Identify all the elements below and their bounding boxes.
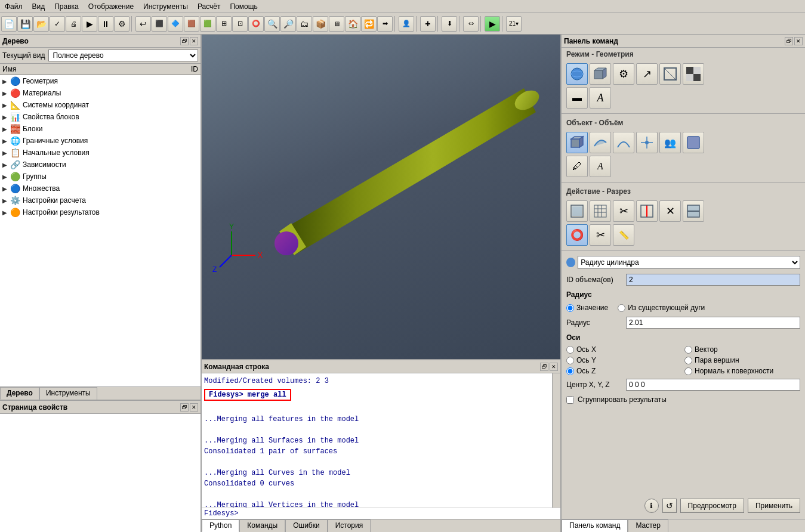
mode-dropdown[interactable]: Радиус цилиндра (578, 256, 800, 269)
radius-value-radio[interactable]: Значение (566, 304, 608, 312)
tb-shape1[interactable]: 🟫 (184, 16, 199, 32)
action-btn-plane-cut[interactable] (636, 200, 658, 222)
axis-normal-radio[interactable]: Нормаль к поверхности (684, 367, 800, 375)
mode-btn-letter-a[interactable]: A (590, 87, 611, 109)
tb-settings[interactable]: ⚙ (114, 16, 129, 32)
cmd-restore-btn[interactable]: 🗗 (540, 363, 548, 371)
tb-run[interactable]: ▶ (485, 16, 500, 32)
axis-x-radio[interactable]: Ось X (566, 345, 682, 354)
obj-btn-eraser[interactable]: 🖊 (566, 156, 588, 177)
obj-btn-point[interactable] (636, 132, 658, 153)
menu-display[interactable]: Отображение (84, 1, 138, 12)
mode-btn-arrow[interactable]: ↗ (636, 63, 658, 85)
axis-vector-radio[interactable]: Вектор (684, 345, 800, 354)
action-btn-measure[interactable]: 📏 (613, 224, 634, 246)
radius-arc-radio[interactable]: Из существующей дуги (618, 304, 705, 312)
tb-zoom-out[interactable]: 🔎 (280, 16, 296, 32)
action-btn-scissors[interactable]: ✂ (590, 224, 611, 246)
axis-pair-radio[interactable]: Пара вершин (684, 356, 800, 364)
tb-save[interactable]: 💾 (17, 16, 33, 32)
obj-btn-curve[interactable] (613, 132, 634, 153)
refresh-button[interactable]: ↺ (662, 499, 677, 513)
tab-tree[interactable]: Дерево (0, 387, 39, 400)
obj-btn-surface[interactable] (590, 132, 611, 153)
preview-button[interactable]: Предпросмотр (680, 499, 744, 513)
tb-counter[interactable]: 21▾ (506, 16, 522, 32)
cmd-tab-python[interactable]: Python (202, 519, 239, 532)
tree-close-btn[interactable]: ✕ (190, 37, 198, 45)
list-item[interactable]: ▶ ⚙️ Настройки расчета (0, 194, 201, 206)
group-checkbox[interactable] (566, 396, 574, 404)
list-item[interactable]: ▶ 🔴 Материалы (0, 87, 201, 99)
axis-y-radio[interactable]: Ось Y (566, 356, 682, 364)
menu-view[interactable]: Вид (27, 1, 50, 12)
axis-z-radio[interactable]: Ось Z (566, 367, 682, 375)
tb-rotate[interactable]: 🔁 (361, 16, 377, 32)
menu-file[interactable]: Файл (0, 1, 27, 12)
action-btn-cross[interactable]: ✕ (659, 200, 681, 222)
tb-plus[interactable]: + (420, 16, 436, 32)
menu-tools[interactable]: Инструменты (138, 1, 193, 12)
list-item[interactable]: ▶ 📐 Системы координат (0, 99, 201, 111)
tb-monitor[interactable]: 🖥 (329, 16, 344, 32)
list-item[interactable]: ▶ 🟢 Группы (0, 171, 201, 183)
center-input[interactable] (626, 379, 800, 391)
tb-arrow-right[interactable]: ➡ (377, 16, 393, 32)
tab-panel-commands[interactable]: Панель команд (562, 519, 628, 532)
tb-net[interactable]: ⊡ (232, 16, 248, 32)
obj-btn-text[interactable]: A (590, 156, 611, 177)
action-btn-select[interactable] (566, 200, 588, 222)
props-restore-btn[interactable]: 🗗 (180, 403, 189, 412)
cmd-tab-commands[interactable]: Команды (239, 519, 285, 532)
list-item[interactable]: ▶ 🧱 Блоки (0, 123, 201, 135)
info-button[interactable]: ℹ (644, 499, 659, 513)
tb-box[interactable]: 🔷 (168, 16, 183, 32)
mode-btn-sphere[interactable] (566, 63, 588, 85)
action-btn-section[interactable] (683, 200, 704, 222)
tb-layers[interactable]: 🗂 (297, 16, 312, 32)
mode-btn-checkerboard[interactable] (683, 63, 704, 85)
tb-check[interactable]: ✓ (50, 16, 65, 32)
right-restore-btn[interactable]: 🗗 (785, 37, 793, 45)
tb-circle[interactable]: ⭕ (248, 16, 264, 32)
tb-shape2[interactable]: 🟩 (200, 16, 215, 32)
tree-restore-btn[interactable]: 🗗 (180, 37, 189, 45)
view-select[interactable]: Полное дерево (48, 50, 198, 61)
viewport[interactable]: X Y Z (202, 35, 560, 359)
tb-zoom-in[interactable]: 🔍 (264, 16, 280, 32)
cmd-close-btn[interactable]: ✕ (550, 363, 558, 371)
tb-grid[interactable]: ⊞ (216, 16, 232, 32)
tb-open[interactable]: 📂 (33, 16, 49, 32)
cmd-tab-errors[interactable]: Ошибки (285, 519, 328, 532)
menu-edit[interactable]: Правка (50, 1, 84, 12)
radius-input[interactable] (626, 317, 800, 329)
list-item[interactable]: ▶ 🟠 Настройки результатов (0, 206, 201, 218)
tb-download[interactable]: ⬇ (442, 16, 457, 32)
list-item[interactable]: ▶ 🔵 Множества (0, 183, 201, 194)
obj-btn-solid[interactable] (683, 132, 704, 153)
menu-help[interactable]: Помощь (225, 1, 262, 12)
right-close-btn[interactable]: ✕ (794, 37, 803, 45)
cmd-tab-history[interactable]: История (328, 519, 371, 532)
action-btn-mesh[interactable] (590, 200, 611, 222)
tb-print[interactable]: 🖨 (66, 16, 81, 32)
mode-btn-plane[interactable]: ▬ (566, 87, 588, 109)
tb-home[interactable]: 🏠 (345, 16, 360, 32)
mode-btn-cube[interactable] (590, 63, 611, 85)
list-item[interactable]: ▶ 🌐 Граничные условия (0, 135, 201, 147)
list-item[interactable]: ▶ 📋 Начальные условия (0, 147, 201, 159)
tab-master[interactable]: Мастер (628, 519, 668, 532)
mode-btn-gear[interactable]: ⚙ (613, 63, 634, 85)
tb-resize[interactable]: ⇔ (463, 16, 479, 32)
obj-btn-box[interactable] (566, 132, 588, 153)
cmd-input[interactable] (240, 509, 558, 518)
tb-3d[interactable]: ⬛ (152, 16, 167, 32)
action-btn-cut[interactable]: ✂ (613, 200, 634, 222)
list-item[interactable]: ▶ 🔗 Зависимости (0, 159, 201, 171)
tb-person[interactable]: 👤 (399, 16, 414, 32)
tb-play[interactable]: ▶ (82, 16, 97, 32)
tb-undo[interactable]: ↩ (135, 16, 151, 32)
id-input[interactable] (626, 274, 800, 286)
list-item[interactable]: ▶ 🔵 Геометрия (0, 75, 201, 87)
tb-pause[interactable]: ⏸ (98, 16, 113, 32)
